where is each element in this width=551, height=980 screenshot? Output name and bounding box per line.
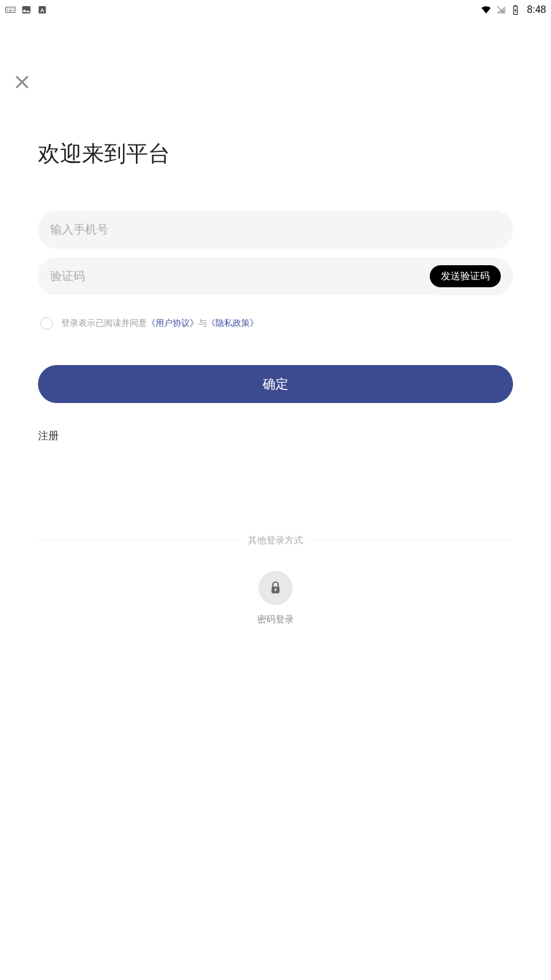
send-code-button[interactable]: 发送验证码 bbox=[430, 265, 501, 287]
svg-rect-18 bbox=[275, 589, 276, 591]
status-left: A bbox=[5, 4, 48, 15]
alt-login-divider: 其他登录方式 bbox=[38, 535, 513, 546]
divider-line-right bbox=[310, 540, 513, 541]
svg-point-7 bbox=[13, 10, 14, 12]
password-login-label: 密码登录 bbox=[257, 614, 294, 625]
lock-icon bbox=[258, 571, 293, 605]
register-link[interactable]: 注册 bbox=[38, 429, 59, 443]
svg-point-2 bbox=[9, 9, 10, 10]
password-login-button[interactable]: 密码登录 bbox=[257, 571, 294, 625]
alt-login-row: 密码登录 bbox=[38, 571, 513, 625]
submit-button[interactable]: 确定 bbox=[38, 365, 513, 403]
app-icon: A bbox=[37, 4, 48, 15]
image-icon bbox=[21, 4, 32, 15]
privacy-policy-link[interactable]: 《隐私政策》 bbox=[207, 318, 258, 328]
svg-point-1 bbox=[7, 9, 9, 10]
divider-label: 其他登录方式 bbox=[241, 535, 310, 546]
status-time: 8:48 bbox=[527, 4, 546, 15]
agreement-row: 登录表示已阅读并同意《用户协议》与《隐私政策》 bbox=[38, 317, 513, 330]
code-input-wrap: 发送验证码 bbox=[38, 257, 513, 295]
agreement-checkbox[interactable] bbox=[40, 317, 53, 330]
user-agreement-link[interactable]: 《用户协议》 bbox=[147, 318, 198, 328]
status-right: 8:48 bbox=[481, 4, 546, 15]
code-input[interactable] bbox=[50, 270, 430, 283]
agreement-text: 登录表示已阅读并同意《用户协议》与《隐私政策》 bbox=[61, 318, 258, 329]
signal-icon bbox=[495, 4, 506, 15]
svg-rect-13 bbox=[514, 6, 516, 7]
agreement-prefix: 登录表示已阅读并同意 bbox=[61, 318, 147, 328]
svg-point-3 bbox=[11, 9, 12, 10]
main-content: 欢迎来到平台 发送验证码 登录表示已阅读并同意《用户协议》与《隐私政策》 确定 … bbox=[0, 20, 551, 625]
phone-input-wrap bbox=[38, 211, 513, 249]
svg-rect-0 bbox=[6, 7, 15, 13]
svg-point-5 bbox=[7, 10, 9, 12]
agreement-connector: 与 bbox=[198, 318, 207, 328]
battery-icon bbox=[510, 4, 521, 15]
svg-text:A: A bbox=[40, 7, 45, 13]
phone-input[interactable] bbox=[50, 223, 501, 236]
status-bar: A 8:48 bbox=[0, 0, 551, 20]
close-button[interactable] bbox=[13, 74, 31, 91]
keyboard-icon bbox=[5, 4, 16, 15]
svg-rect-6 bbox=[9, 10, 12, 12]
wifi-icon bbox=[481, 4, 492, 15]
divider-line-left bbox=[38, 540, 241, 541]
svg-point-4 bbox=[13, 9, 14, 10]
close-icon bbox=[13, 74, 31, 91]
page-title: 欢迎来到平台 bbox=[38, 139, 513, 169]
